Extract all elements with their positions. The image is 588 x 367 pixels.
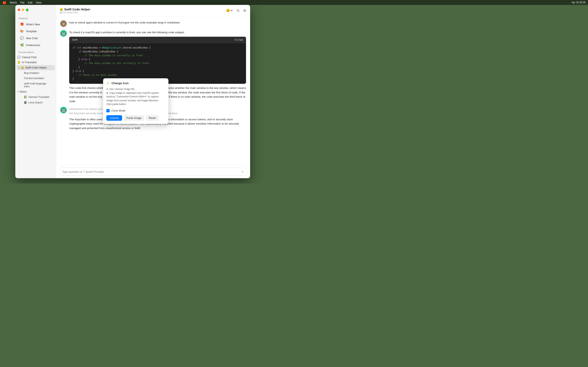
popup-description: A. Use 'choose' image file.B. Copy image… [106,87,165,106]
sidebar-item-ai-translator[interactable]: 📒 AI Translator [15,60,56,65]
minimize-button[interactable] [22,8,24,11]
maximize-button[interactable] [26,8,28,11]
features-section-label: Features [15,15,56,21]
apple-logo-icon: 🍎 [2,1,7,4]
new-chat-icon: 💬 [20,36,24,40]
german-translator-icon: 📗 [24,95,27,99]
popup-title-icon: 🪄 [106,82,110,85]
linux-export-label: Linux Export [28,101,43,104]
menu-view[interactable]: View [36,1,42,4]
swift-code-helper-icon: 👷 [21,66,24,69]
demo-label: Demo [20,90,27,93]
app-name: Motrix [10,1,17,4]
sidebar-subitem-linux-export[interactable]: 📓 Linux Export [17,100,55,105]
ai-translator-label: AI Translator [22,61,37,64]
whats-new-icon: 🎁 [20,22,24,26]
sidebar-item-whats-new[interactable]: 🎁 What's New [17,21,55,27]
sidebar-item-new-chat[interactable]: 💬 New Chat [17,35,55,42]
popup-buttons: Choose Paste Image Reset [106,115,165,121]
close-button[interactable] [18,8,20,11]
sidebar-item-demo[interactable]: ▾ Demo [15,89,56,94]
change-icon-popup: 🪄 Change icon A. Use 'choose' image file… [103,78,168,124]
main-content: 👷 Swift Code Helper gpt-3.5-turbo-0301 😊… [56,5,250,178]
sidebar-item-new-chat-label: New Chat [26,37,38,40]
sidebar-subitem-german-translator[interactable]: 📗 German Translator [17,94,55,100]
menu-file[interactable]: File [20,1,25,4]
circle-mode-row: ✓ Circle Mode [106,109,165,112]
sidebar-item-preferences[interactable]: 🌿 Preferences [17,42,55,48]
bug-analytics-label: Bug Analytics [24,72,39,75]
chevron-down-icon: ▾ [18,67,20,69]
sidebar-item-preferences-label: Preferences [26,44,40,47]
sidebar-subitem-swift-multi[interactable]: swift multi language trans [17,81,55,89]
chevron-down-icon-demo: ▾ [17,91,18,93]
menu-edit[interactable]: Edit [28,1,32,4]
sidebar-item-template-label: Template [26,30,37,33]
sidebar-item-swift-code-helper[interactable]: ▾ 👷 Swift Code Helper [17,65,55,70]
popup-title: 🪄 Change icon [106,82,165,85]
german-translator-label: German Translator [28,96,50,99]
ai-translator-icon: 📒 [17,61,21,64]
circle-mode-checkbox[interactable]: ✓ [106,109,110,112]
swift-multi-label: swift multi language trans [24,82,52,88]
popup-title-text: Change icon [112,82,129,85]
sidebar-subitem-bug-analytics[interactable]: Bug Analytics [17,71,55,75]
menubar: 🍎 Motrix File Edit View Apr 16 00:35 [0,0,294,5]
template-icon: 🎨 [20,29,24,33]
linux-export-icon: 📓 [24,101,27,104]
sidebar-item-casual-chat[interactable]: 💬 Casual Chat [15,55,56,60]
circle-mode-label: Circle Mode [111,109,125,112]
sidebar-item-whats-new-label: What's New [26,23,40,26]
preferences-icon: 🌿 [20,43,24,47]
app-window: ⊞ Features 🎁 What's New 🎨 Template 💬 New… [15,5,250,178]
sidebar-subitem-full-text-translator[interactable]: Full text translator [17,76,55,81]
sidebar: Features 🎁 What's New 🎨 Template 💬 New C… [15,5,56,178]
popup-overlay: 🪄 Change icon A. Use 'choose' image file… [56,5,250,178]
casual-chat-icon: 💬 [17,56,21,59]
choose-button[interactable]: Choose [106,115,122,121]
conversations-section-label: Conversations [15,49,56,55]
casual-chat-label: Casual Chat [22,56,36,59]
window-controls [18,8,28,11]
reset-button[interactable]: Reset [146,115,159,121]
swift-code-helper-label: Swift Code Helper [25,66,47,69]
paste-image-button[interactable]: Paste Image [124,115,144,121]
full-text-translator-label: Full text translator [24,77,44,80]
sidebar-item-template[interactable]: 🎨 Template [17,28,55,34]
